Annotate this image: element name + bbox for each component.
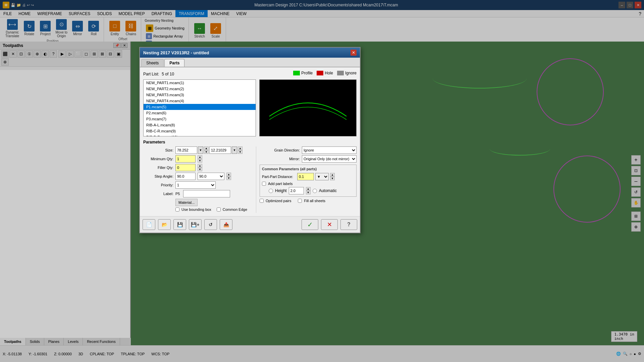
part-item-6[interactable]: P3.mcam(7) (144, 116, 256, 122)
ok-button[interactable]: ✓ (302, 219, 318, 230)
optimized-pairs-checkbox[interactable] (260, 199, 264, 203)
grain-direction-select[interactable]: Ignore Horizontal Vertical (302, 146, 357, 154)
step-angle-spinner[interactable]: ▲ ▼ (226, 173, 231, 180)
part-item-4[interactable]: P1.mcam(5) (144, 104, 256, 110)
add-part-labels-checkbox[interactable] (262, 182, 266, 186)
filler-qty-up[interactable]: ▲ (198, 164, 202, 168)
label-text-input[interactable] (183, 190, 230, 197)
ignore-color-swatch (337, 71, 344, 75)
height-down[interactable]: ▼ (306, 191, 311, 194)
common-edge-checkbox[interactable] (217, 207, 221, 212)
dialog-main-row: NEW_PART1.mcam(1) NEW_PART2.mcam(2) NEW_… (143, 79, 357, 136)
dialog-tabs: Sheets Parts (140, 58, 360, 67)
size-width-dropdown[interactable]: ▼ (198, 146, 203, 154)
ignore-legend-label: Ignore (345, 71, 357, 75)
filler-qty-input[interactable] (175, 164, 196, 171)
common-params-box: Common Parameters (all parts) Part-Part … (260, 165, 357, 197)
material-button[interactable]: Material... (175, 199, 198, 206)
min-qty-down[interactable]: ▼ (198, 159, 202, 163)
add-part-labels-label: Add part labels (268, 182, 292, 186)
tab-sheets[interactable]: Sheets (141, 59, 164, 67)
filler-qty-label: Filler Qty: (143, 166, 173, 170)
use-bounding-box-checkbox[interactable] (175, 207, 179, 212)
size-height-input[interactable] (209, 146, 231, 154)
part-item-3[interactable]: NEW_PART4.mcam(4) (144, 98, 256, 104)
mirror-param-line: Mirror: Original Only (do not mirror) Mi… (260, 155, 357, 163)
use-bounding-box-label: Use bounding box (181, 207, 211, 212)
automatic-radio[interactable] (313, 189, 317, 193)
new-file-button[interactable]: 📄 (143, 219, 155, 230)
height-radio[interactable] (269, 189, 273, 193)
part-item-1[interactable]: NEW_PART2.mcam(2) (144, 86, 256, 92)
cancel-button[interactable]: ✕ (321, 219, 338, 230)
part-list: NEW_PART1.mcam(1) NEW_PART2.mcam(2) NEW_… (143, 79, 256, 136)
step-angle-param-line: Step Angle: 90.0 45.0 180.0 ▲ ▼ (143, 173, 249, 180)
ppd-input[interactable] (297, 173, 314, 180)
export-button[interactable]: 📤 (220, 219, 232, 230)
save-as-button[interactable]: 💾+ (189, 219, 202, 230)
common-params-title: Common Parameters (all parts) (262, 167, 354, 171)
ppd-spinner[interactable]: ▲ ▼ (330, 173, 335, 180)
step-angle-up[interactable]: ▲ (226, 173, 231, 176)
nesting-dialog-title: Nesting 2017 V2013R2 - untitled ✕ (140, 48, 360, 58)
size-width-down[interactable]: ▼ (204, 150, 209, 154)
height-up[interactable]: ▲ (306, 187, 311, 191)
size-height-spinner[interactable]: ▲ ▼ (238, 146, 243, 154)
params-title: Parameters (143, 140, 357, 144)
filler-qty-down[interactable]: ▼ (198, 168, 202, 171)
optimized-pairs-label: Optimized pairs (266, 199, 291, 203)
size-row: ▼ ▲ ▼ ▼ ▲ ▼ (175, 146, 243, 154)
params-section: Parameters Size: ▼ ▲ ▼ (143, 140, 357, 213)
ppd-unit-select[interactable]: ▼ (315, 173, 329, 180)
ppd-down[interactable]: ▼ (330, 177, 335, 180)
step-angle-down[interactable]: ▼ (226, 176, 231, 180)
part-list-label: Part List: (143, 72, 159, 76)
part-item-2[interactable]: NEW_PART3.mcam(3) (144, 92, 256, 98)
grain-direction-label: Grain Direction: (260, 148, 300, 152)
height-spinner[interactable]: ▲ ▼ (306, 187, 311, 194)
filler-qty-spinner[interactable]: ▲ ▼ (198, 164, 202, 171)
legend-profile: Profile (293, 71, 313, 75)
size-width-input[interactable] (175, 146, 197, 154)
part-item-0[interactable]: NEW_PART1.mcam(1) (144, 80, 256, 86)
fill-all-sheets-check: Fill all sheets (298, 199, 325, 203)
mirror-select[interactable]: Original Only (do not mirror) Mirror Onl… (302, 155, 357, 163)
part-item-5[interactable]: P2.mcam(6) (144, 110, 256, 116)
step-angle-dropdown[interactable]: 90.0 45.0 180.0 (198, 173, 224, 180)
grain-direction-param-line: Grain Direction: Ignore Horizontal Verti… (260, 146, 357, 154)
min-qty-param-line: Minimum Qty: ▲ ▼ (143, 155, 249, 163)
save-file-button[interactable]: 💾 (173, 219, 186, 230)
ppd-label: Part-Part Distance: (262, 175, 293, 179)
priority-label: Priority: (143, 183, 173, 187)
size-label: Size: (143, 148, 173, 152)
dialog-close-button[interactable]: ✕ (351, 50, 357, 56)
help-dialog-button[interactable]: ? (340, 219, 357, 230)
size-width-spinner[interactable]: ▲ ▼ (204, 146, 209, 154)
preview-svg (263, 83, 353, 133)
min-qty-spinner[interactable]: ▲ ▼ (198, 155, 202, 163)
part-count: 5 of 10 (162, 72, 174, 76)
part-list-area: NEW_PART1.mcam(1) NEW_PART2.mcam(2) NEW_… (143, 79, 256, 136)
tab-parts[interactable]: Parts (164, 59, 184, 67)
fill-all-sheets-label: Fill all sheets (304, 199, 325, 203)
min-qty-input[interactable] (175, 155, 196, 163)
min-qty-up[interactable]: ▲ (198, 155, 202, 159)
ppd-up[interactable]: ▲ (330, 173, 335, 177)
step-angle-label: Step Angle: (143, 174, 173, 178)
size-param-line: Size: ▼ ▲ ▼ ▼ ▲ ▼ (143, 146, 249, 154)
height-value-input[interactable] (289, 187, 304, 194)
priority-dropdown[interactable]: 1 2 3 (175, 181, 216, 189)
size-height-down[interactable]: ▼ (238, 150, 243, 154)
refresh-button[interactable]: ↺ (204, 219, 217, 230)
fill-all-sheets-checkbox[interactable] (298, 199, 302, 203)
part-item-8[interactable]: RIB-C-R.mcam(9) (144, 128, 256, 134)
params-right-col: Grain Direction: Ignore Horizontal Verti… (256, 146, 357, 213)
step-angle-input[interactable] (175, 173, 196, 180)
size-height-dropdown[interactable]: ▼ (232, 146, 237, 154)
part-item-7[interactable]: RIB-A-L.mcam(8) (144, 122, 256, 128)
common-edge-label: Common Edge (223, 207, 247, 212)
size-width-up[interactable]: ▲ (204, 146, 209, 150)
open-file-button[interactable]: 📂 (158, 219, 171, 230)
size-height-up[interactable]: ▲ (238, 146, 243, 150)
part-item-9[interactable]: RIB-D-R.mcam(10) (144, 134, 256, 136)
